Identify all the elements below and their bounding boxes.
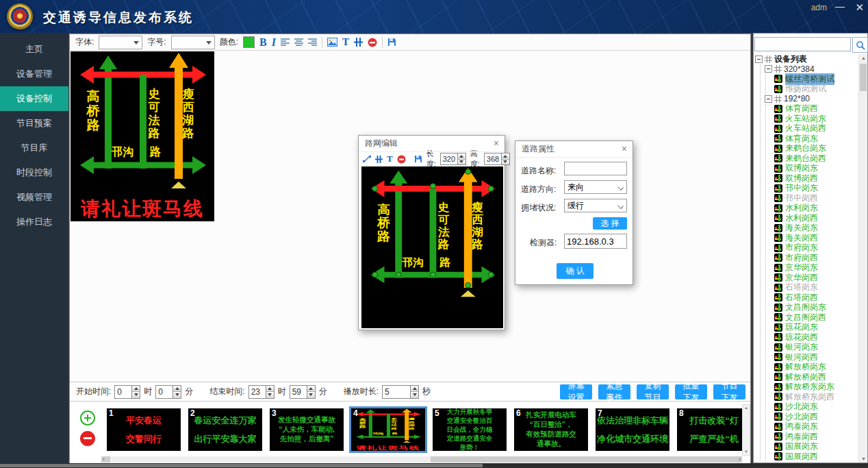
expand-toggle-icon[interactable] — [765, 65, 772, 73]
scroll-down-icon[interactable]: ▼ — [861, 456, 866, 461]
properties-dialog-titlebar[interactable]: 道路属性 × — [515, 141, 633, 158]
sidebar-item-4[interactable]: 节目预案 — [0, 111, 68, 136]
start-minute-input[interactable]: 0 — [155, 385, 173, 399]
playlist-item-6[interactable]: 6扎实开展电动车“百日整治”，有效预防道路交通事故。 — [514, 408, 588, 451]
align-center-icon[interactable] — [294, 38, 303, 46]
sidebar-item-8[interactable]: 操作日志 — [0, 210, 68, 234]
length-input[interactable]: 320 — [440, 153, 458, 165]
device-search-input[interactable] — [754, 37, 851, 51]
insert-image-icon[interactable] — [327, 38, 337, 47]
close-icon[interactable]: ✕ — [855, 1, 864, 14]
expand-toggle-icon[interactable] — [765, 95, 772, 103]
end-hour-input[interactable]: 23 — [248, 385, 266, 399]
end-minute-stepper[interactable] — [307, 385, 316, 399]
sidebar-item-7[interactable]: 视频管理 — [0, 185, 68, 210]
playlist-horizontal-scrollbar[interactable]: ‹ › — [101, 456, 742, 463]
playlist-item-2[interactable]: 2春运安全连万家出行平安靠大家 — [188, 408, 262, 451]
text-tool-button[interactable]: T — [387, 153, 393, 164]
device-name[interactable]: 维扬岗测试 — [785, 83, 826, 95]
tree-device-国展岗西[interactable]: 国展岗西 — [766, 452, 858, 461]
playlist-item-3[interactable]: 3发生轻微交通事故“人未伤，车能动,先拍照，后撤离” — [270, 408, 344, 451]
playlist-item-number: 7 — [598, 408, 602, 418]
playlist-item-8[interactable]: 8打击改装“灯严查严处“机 — [677, 408, 742, 451]
svg-text:可: 可 — [148, 101, 160, 114]
select-detector-button[interactable]: 选 择 — [593, 217, 627, 230]
end-hour-stepper[interactable] — [266, 385, 275, 399]
road-lanes-icon[interactable] — [375, 156, 383, 163]
tree-root-label[interactable]: 设备列表 — [774, 54, 807, 65]
bold-button[interactable]: B — [259, 36, 267, 49]
minimize-icon[interactable]: — — [835, 1, 845, 12]
action-button-3[interactable]: 复制节目 — [637, 384, 669, 399]
expand-toggle-icon[interactable] — [755, 56, 763, 63]
start-hour-stepper[interactable] — [132, 385, 140, 399]
logged-in-user[interactable]: adm — [811, 3, 827, 12]
delete-icon[interactable] — [368, 38, 377, 47]
size-dropdown[interactable] — [171, 36, 215, 49]
text-tool-button[interactable]: T — [342, 36, 349, 48]
search-button[interactable] — [852, 37, 868, 53]
end-minute-input[interactable]: 59 — [290, 385, 307, 399]
playlist-item-7[interactable]: 7依法治理非标车辆净化城市交通环境 — [596, 408, 669, 451]
scroll-down-icon[interactable]: ▼ — [744, 449, 748, 454]
action-button-4[interactable]: 批量下发 — [675, 384, 707, 399]
window-horizontal-scrollbar[interactable] — [0, 463, 868, 468]
save-icon[interactable] — [414, 155, 422, 163]
height-stepper[interactable] — [502, 153, 510, 165]
align-right-icon[interactable] — [308, 38, 317, 46]
scrollbar-thumb[interactable] — [0, 464, 483, 467]
svg-text:法: 法 — [437, 225, 450, 238]
device-tree-scrollbar[interactable]: ▲ ▼ — [858, 54, 867, 463]
tree-group-label[interactable]: 192*80 — [784, 94, 810, 103]
svg-text:邗沟: 邗沟 — [401, 256, 424, 268]
playlist-item-5[interactable]: 5大力开展秋冬季交通安全整治百日会战，全力稳定道路交通安全形势！ — [433, 408, 507, 451]
sidebar-item-5[interactable]: 节目库 — [0, 136, 68, 160]
duration-input[interactable]: 5 — [382, 385, 411, 399]
playlist-item-4[interactable]: 4高桥路史可法路瘦西湖路邗沟路请礼让斑马线 — [349, 406, 427, 453]
italic-button[interactable]: I — [272, 36, 276, 49]
detector-input[interactable] — [564, 234, 627, 249]
color-swatch[interactable] — [243, 36, 255, 48]
tree-group-label[interactable]: 320*384 — [784, 64, 815, 74]
road-direction-select[interactable]: 来向 — [564, 180, 627, 194]
scroll-up-icon[interactable]: ▲ — [861, 56, 866, 60]
svg-text:可: 可 — [390, 421, 397, 424]
sidebar-item-1[interactable]: 主页 — [0, 37, 68, 62]
sidebar-item-6[interactable]: 时段控制 — [0, 160, 68, 185]
sidebar-item-2[interactable]: 设备管理 — [0, 62, 68, 86]
scrollbar-thumb[interactable] — [860, 64, 867, 91]
action-button-5[interactable]: 节目下发 — [713, 384, 745, 399]
sidebar-item-3[interactable]: 设备控制 — [0, 86, 68, 111]
device-name[interactable]: 国展岗西 — [785, 451, 818, 461]
svg-text:可: 可 — [438, 213, 450, 225]
road-lanes-icon[interactable] — [354, 38, 363, 47]
tree-device-维扬岗测试[interactable]: 维扬岗测试 — [766, 84, 858, 95]
sign-preview[interactable]: 高桥路史可法路瘦西湖路邗沟路请礼让斑马线 — [71, 51, 214, 221]
confirm-button[interactable]: 确 认 — [557, 263, 593, 279]
scroll-left-icon[interactable]: ‹ — [103, 456, 105, 463]
draw-line-icon[interactable] — [363, 155, 371, 163]
action-button-1[interactable]: 屏幕设置 — [560, 384, 592, 399]
congestion-select[interactable]: 缓行 — [564, 199, 627, 212]
road-name-input[interactable] — [564, 162, 627, 175]
duration-stepper[interactable] — [411, 385, 419, 399]
scrollbar-thumb[interactable] — [110, 456, 431, 463]
action-button-2[interactable]: 紧急事件 — [598, 384, 630, 399]
delete-icon[interactable] — [397, 155, 406, 164]
scroll-up-icon[interactable]: ▲ — [744, 406, 748, 410]
roadnet-dialog-titlebar[interactable]: 路网编辑 × — [359, 136, 505, 152]
font-dropdown[interactable] — [99, 36, 142, 49]
close-icon[interactable]: × — [494, 136, 499, 151]
align-left-icon[interactable] — [281, 38, 290, 46]
start-minute-stepper[interactable] — [173, 385, 181, 399]
playlist-vertical-scrollbar[interactable]: ▲ ▼ — [742, 404, 750, 456]
scroll-right-icon[interactable]: › — [739, 456, 741, 463]
save-icon[interactable] — [387, 38, 396, 47]
height-input[interactable]: 368 — [484, 153, 502, 165]
close-icon[interactable]: × — [622, 141, 627, 157]
start-hour-input[interactable]: 0 — [114, 385, 132, 399]
tree-root-row[interactable]: 设备列表 — [755, 54, 858, 64]
length-stepper[interactable] — [458, 153, 466, 165]
roadnet-canvas[interactable]: 高桥路史可法路瘦西湖路邗沟路 — [361, 167, 503, 328]
playlist-item-1[interactable]: 1平安春运交警同行 — [107, 408, 181, 451]
